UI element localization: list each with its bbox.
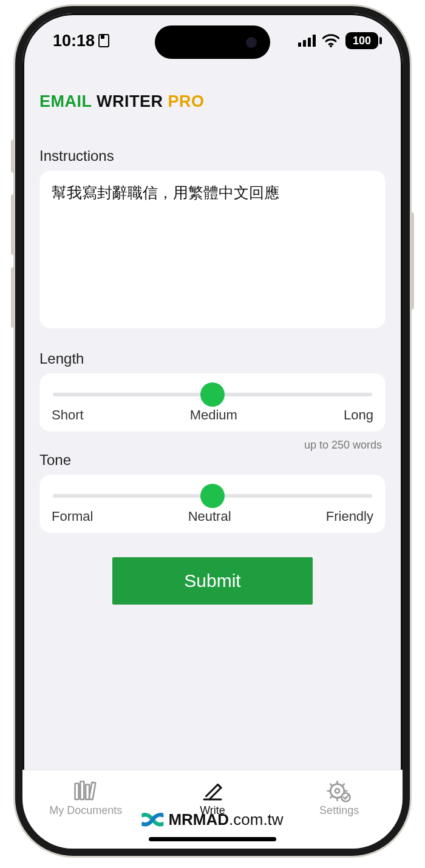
length-slider[interactable] bbox=[53, 393, 372, 396]
svg-point-4 bbox=[330, 45, 332, 47]
svg-rect-3 bbox=[313, 35, 316, 47]
tab-settings-label: Settings bbox=[319, 804, 359, 817]
documents-icon bbox=[73, 779, 98, 803]
dynamic-island bbox=[155, 25, 270, 59]
tab-my-documents[interactable]: My Documents bbox=[28, 779, 143, 817]
instructions-label: Instructions bbox=[39, 147, 386, 164]
tone-slider-thumb[interactable] bbox=[200, 484, 225, 508]
title-word-pro: PRO bbox=[168, 92, 205, 110]
tab-settings[interactable]: Settings bbox=[282, 779, 397, 817]
watermark-rest: .com.tw bbox=[229, 810, 284, 829]
svg-line-15 bbox=[330, 784, 333, 787]
svg-rect-6 bbox=[81, 781, 84, 799]
title-word-writer: WRITER bbox=[97, 92, 163, 110]
tone-label: Tone bbox=[39, 452, 386, 469]
tone-mid-label: Neutral bbox=[188, 509, 231, 524]
svg-line-17 bbox=[342, 784, 344, 787]
svg-point-10 bbox=[335, 789, 339, 793]
cellular-icon bbox=[298, 35, 316, 47]
title-word-email: EMAIL bbox=[39, 92, 92, 110]
length-label: Length bbox=[39, 350, 386, 367]
tone-max-label: Friendly bbox=[326, 509, 373, 524]
length-note: up to 250 words bbox=[39, 439, 382, 452]
submit-button[interactable]: Submit bbox=[112, 557, 313, 605]
watermark-logo-icon bbox=[141, 812, 163, 829]
tone-card: Formal Neutral Friendly bbox=[39, 475, 386, 533]
length-max-label: Long bbox=[344, 407, 373, 423]
watermark: MRMAD.com.tw bbox=[141, 810, 283, 829]
watermark-bold: MRMAD bbox=[168, 810, 229, 829]
svg-rect-1 bbox=[303, 40, 306, 47]
tone-min-label: Formal bbox=[52, 509, 93, 524]
length-slider-thumb[interactable] bbox=[200, 382, 225, 407]
length-mid-label: Medium bbox=[190, 407, 237, 423]
phone-frame: 10:18 100 EMAIL WRITER PRO Instr bbox=[15, 6, 410, 856]
length-min-label: Short bbox=[52, 407, 84, 423]
tone-slider[interactable] bbox=[53, 494, 372, 498]
battery-indicator: 100 bbox=[345, 32, 378, 49]
wifi-icon bbox=[322, 34, 339, 47]
svg-rect-0 bbox=[298, 42, 301, 47]
svg-rect-5 bbox=[75, 784, 79, 799]
sim-icon bbox=[98, 34, 109, 47]
tab-my-documents-label: My Documents bbox=[49, 804, 122, 817]
svg-line-18 bbox=[330, 796, 333, 798]
settings-icon bbox=[327, 779, 352, 803]
app-title: EMAIL WRITER PRO bbox=[39, 92, 386, 111]
length-card: Short Medium Long bbox=[39, 373, 386, 432]
home-indicator[interactable] bbox=[149, 837, 276, 841]
instructions-input[interactable] bbox=[52, 181, 373, 317]
status-time: 10:18 bbox=[53, 32, 95, 50]
svg-rect-2 bbox=[308, 38, 311, 47]
write-icon bbox=[200, 779, 225, 803]
instructions-card bbox=[39, 171, 386, 328]
